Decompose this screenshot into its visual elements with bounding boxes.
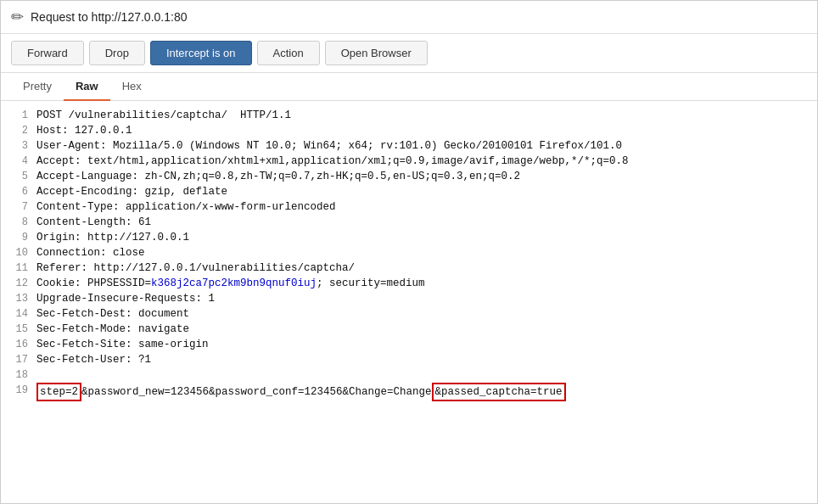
line-number: 10 — [11, 245, 28, 260]
line-7: 7Content-Type: application/x-www-form-ur… — [11, 199, 807, 215]
toolbar: ForwardDropIntercept is onActionOpen Bro… — [1, 34, 817, 73]
line-text: Content-Length: 61 — [36, 215, 807, 230]
cookie-session-value: k368j2ca7pc2km9bn9qnuf0iuj — [151, 277, 317, 289]
line-text: Referer: http://127.0.0.1/vulnerabilitie… — [36, 260, 807, 276]
line-10: 10Connection: close — [11, 245, 807, 260]
open-browser-button[interactable]: Open Browser — [325, 41, 428, 65]
line-number: 2 — [11, 123, 28, 138]
line-9: 9Origin: http://127.0.0.1 — [11, 230, 807, 245]
line-1: 1POST /vulnerabilities/captcha/ HTTP/1.1 — [11, 108, 807, 123]
line-5: 5Accept-Language: zh-CN,zh;q=0.8,zh-TW;q… — [11, 169, 807, 184]
line-number: 3 — [11, 138, 28, 154]
forward-button[interactable]: Forward — [11, 41, 84, 65]
header: ✏ Request to http://127.0.0.1:80 — [1, 1, 817, 34]
password-params: &password_new=123456&password_conf=12345… — [81, 386, 432, 398]
line-number: 17 — [11, 352, 28, 367]
line-3: 3User-Agent: Mozilla/5.0 (Windows NT 10.… — [11, 138, 807, 154]
line-8: 8Content-Length: 61 — [11, 215, 807, 230]
line-number: 4 — [11, 154, 28, 169]
line-number: 8 — [11, 215, 28, 230]
line-14: 14Sec-Fetch-Dest: document — [11, 306, 807, 322]
tab-pretty[interactable]: Pretty — [11, 73, 64, 101]
line-text: Origin: http://127.0.0.1 — [36, 230, 807, 245]
line-number: 18 — [11, 367, 28, 383]
intercept-button[interactable]: Intercept is on — [150, 41, 252, 65]
line-4: 4Accept: text/html,application/xhtml+xml… — [11, 154, 807, 169]
line-13: 13Upgrade-Insecure-Requests: 1 — [11, 291, 807, 306]
line-text: Connection: close — [36, 245, 807, 260]
line-number: 12 — [11, 276, 28, 291]
line-text: Accept-Language: zh-CN,zh;q=0.8,zh-TW;q=… — [36, 169, 807, 184]
line-16: 16Sec-Fetch-Site: same-origin — [11, 337, 807, 352]
tab-hex[interactable]: Hex — [110, 73, 154, 101]
line-text: Accept: text/html,application/xhtml+xml,… — [36, 154, 807, 169]
cookie-security: ; security=medium — [317, 277, 425, 289]
line-text: Host: 127.0.0.1 — [36, 123, 807, 138]
line-17: 17Sec-Fetch-User: ?1 — [11, 352, 807, 367]
line-text: Sec-Fetch-Site: same-origin — [36, 337, 807, 352]
line-text: Sec-Fetch-Mode: navigate — [36, 322, 807, 337]
edit-icon: ✏ — [11, 8, 24, 26]
line-number: 7 — [11, 199, 28, 215]
line-text: POST /vulnerabilities/captcha/ HTTP/1.1 — [36, 108, 807, 123]
line-12: 12Cookie: PHPSESSID=k368j2ca7pc2km9bn9qn… — [11, 276, 807, 291]
tabs: PrettyRawHex — [1, 73, 817, 101]
header-title: Request to http://127.0.0.1:80 — [31, 10, 187, 24]
action-button[interactable]: Action — [257, 41, 320, 65]
drop-button[interactable]: Drop — [89, 41, 145, 65]
line-19: 19step=2&password_new=123456&password_co… — [11, 383, 807, 401]
request-content: 1POST /vulnerabilities/captcha/ HTTP/1.1… — [1, 101, 817, 493]
line-15: 15Sec-Fetch-Mode: navigate — [11, 322, 807, 337]
line-text: step=2&password_new=123456&password_conf… — [36, 383, 807, 401]
line-number: 6 — [11, 184, 28, 199]
line-text: User-Agent: Mozilla/5.0 (Windows NT 10.0… — [36, 138, 807, 154]
tab-raw[interactable]: Raw — [64, 73, 110, 101]
line-number: 5 — [11, 169, 28, 184]
line-number: 1 — [11, 108, 28, 123]
step-param-box: step=2 — [36, 383, 81, 401]
captcha-param-box: &passed_captcha=true — [432, 383, 566, 401]
line-number: 15 — [11, 322, 28, 337]
line-6: 6Accept-Encoding: gzip, deflate — [11, 184, 807, 199]
line-text: Sec-Fetch-Dest: document — [36, 306, 807, 322]
line-number: 19 — [11, 383, 28, 398]
line-number: 9 — [11, 230, 28, 245]
line-text: Content-Type: application/x-www-form-url… — [36, 199, 807, 215]
line-text: Upgrade-Insecure-Requests: 1 — [36, 291, 807, 306]
line-2: 2Host: 127.0.0.1 — [11, 123, 807, 138]
line-number: 16 — [11, 337, 28, 352]
line-11: 11Referer: http://127.0.0.1/vulnerabilit… — [11, 260, 807, 276]
line-text: Cookie: PHPSESSID=k368j2ca7pc2km9bn9qnuf… — [36, 276, 807, 291]
line-text: Accept-Encoding: gzip, deflate — [36, 184, 807, 199]
line-number: 14 — [11, 306, 28, 322]
line-18: 18 — [11, 367, 807, 383]
line-number: 13 — [11, 291, 28, 306]
line-number: 11 — [11, 260, 28, 276]
line-text: Sec-Fetch-User: ?1 — [36, 352, 807, 367]
